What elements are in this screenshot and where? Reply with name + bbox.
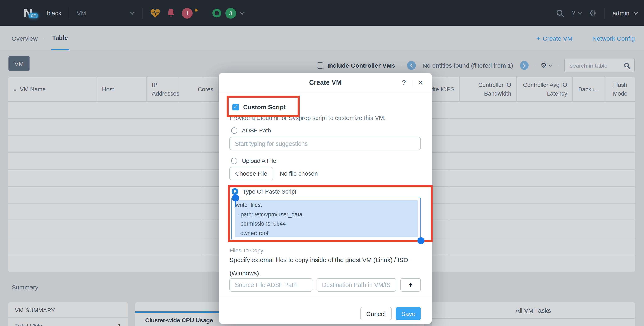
custom-script-description: Provide a Cloudinit or Sysprep script to… xyxy=(230,115,386,121)
custom-script-label: Custom Script xyxy=(243,103,286,111)
upload-file-option: Upload A File xyxy=(231,157,276,164)
create-vm-modal: Create VM ? ✕ ✓ Custom Script Provide a … xyxy=(219,73,432,323)
type-paste-label: Type Or Paste Script xyxy=(243,188,296,195)
add-file-row-button[interactable]: + xyxy=(400,278,421,291)
type-paste-radio[interactable] xyxy=(232,188,238,195)
upload-file-label: Upload A File xyxy=(242,157,276,164)
modal-title: Create VM xyxy=(219,73,432,92)
custom-script-row: ✓ Custom Script xyxy=(232,103,286,111)
no-file-chosen-text: No file chosen xyxy=(280,170,318,177)
adsf-path-input[interactable] xyxy=(230,137,421,150)
cancel-button[interactable]: Cancel xyxy=(360,307,392,320)
type-paste-option: Type Or Paste Script xyxy=(232,188,296,195)
custom-script-checkbox[interactable]: ✓ xyxy=(232,104,239,110)
files-to-copy-label: Files To Copy xyxy=(230,247,263,254)
screen: N CE black VM 1 3 ? ⚙ xyxy=(0,0,644,326)
upload-file-radio[interactable] xyxy=(231,158,237,164)
files-to-copy-description: Specify external files to copy inside of… xyxy=(230,253,424,280)
modal-help-icon[interactable]: ? xyxy=(402,79,406,86)
destination-path-input[interactable] xyxy=(316,278,396,291)
script-textarea[interactable]: write_files: - path: /etc/vpm/user_data … xyxy=(231,197,421,240)
save-button[interactable]: Save xyxy=(396,307,421,320)
adsf-path-option: ADSF Path xyxy=(231,127,271,134)
check-icon: ✓ xyxy=(234,104,238,110)
choose-file-button[interactable]: Choose File xyxy=(230,167,273,180)
modal-close-icon[interactable]: ✕ xyxy=(418,79,423,86)
selection-handle-end[interactable] xyxy=(418,237,424,244)
selection-handle-start[interactable] xyxy=(232,194,239,201)
source-file-input[interactable] xyxy=(230,278,312,291)
adsf-path-label: ADSF Path xyxy=(242,127,271,134)
script-text: write_files: - path: /etc/vpm/user_data … xyxy=(232,197,420,238)
selection-caret xyxy=(235,201,236,207)
divider xyxy=(412,79,412,87)
divider xyxy=(219,297,432,297)
adsf-path-radio[interactable] xyxy=(231,127,237,134)
modal-header: Create VM ? ✕ xyxy=(219,73,432,92)
